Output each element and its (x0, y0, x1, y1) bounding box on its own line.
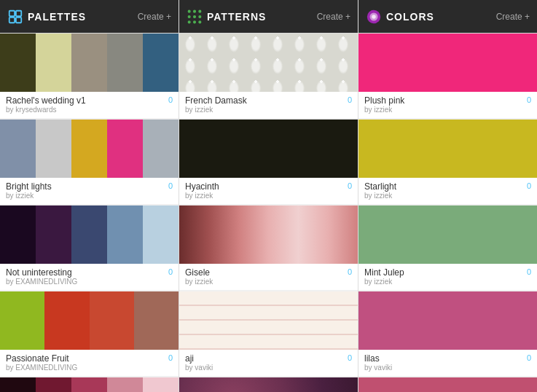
palette-swatch (0, 377, 179, 392)
swatch-color (0, 377, 36, 392)
tab-label-palettes: PALETTES (28, 11, 86, 23)
item-author: by izziek (185, 278, 343, 286)
list-item[interactable]: Hyacinthby izziek0 (179, 119, 358, 204)
svg-rect-2 (9, 17, 15, 22)
swatch-color (0, 119, 36, 178)
item-footer: ajiby vaviki0 (179, 350, 358, 376)
palette-swatch (0, 205, 179, 264)
create-button-palettes[interactable]: Create + (138, 12, 171, 22)
item-info: Bright lightsby izziek (6, 181, 164, 200)
item-preview (0, 291, 179, 350)
item-info: Passionate Fruitby EXAMINEDLIVING (6, 353, 164, 372)
item-author: by izziek (364, 106, 522, 114)
item-preview (358, 205, 537, 264)
swatch-color (44, 291, 89, 350)
list-item[interactable]: Candy kissesby izziek0 (0, 377, 179, 392)
item-footer: lilasby vaviki0 (358, 350, 537, 376)
list-item[interactable]: French Damaskby izziek0 (179, 34, 358, 118)
svg-point-6 (199, 10, 201, 12)
swatch-color (36, 377, 71, 392)
item-preview (0, 205, 179, 264)
svg-point-4 (188, 10, 190, 12)
tab-title-palettes: PALETTES (7, 9, 86, 25)
list-item[interactable]: Giseleby izziek0 (179, 205, 358, 290)
swatch-color (36, 34, 71, 92)
item-count: 0 (168, 95, 173, 104)
item-footer: Plush pinkby izziek0 (358, 92, 537, 118)
item-name: Starlight (364, 181, 522, 192)
list-item[interactable]: Passionate Fruitby EXAMINEDLIVING0 (0, 291, 179, 376)
list-item[interactable]: lilasby vaviki0 (358, 291, 537, 376)
list-item[interactable]: Plush pinkby izziek0 (358, 34, 537, 118)
swatch-color (0, 205, 36, 264)
tab-label-patterns: PATTERNS (207, 11, 266, 23)
swatch-color (36, 205, 71, 264)
list-item[interactable]: Mint Julepby izziek0 (358, 205, 537, 290)
swatch-color (107, 34, 143, 92)
item-name: Plush pink (364, 95, 522, 106)
items-list-palettes: Rachel's wedding v1by krysedwards0Bright… (0, 34, 179, 392)
svg-rect-0 (9, 10, 15, 15)
item-footer: Mint Julepby izziek0 (358, 264, 537, 290)
item-author: by vaviki (185, 364, 343, 372)
tab-title-colors: COLORS (366, 9, 434, 25)
item-preview (0, 119, 179, 178)
svg-point-15 (372, 15, 376, 19)
tab-header-patterns[interactable]: PATTERNSCreate + (179, 0, 358, 34)
item-count: 0 (168, 181, 173, 190)
create-button-colors[interactable]: Create + (496, 12, 530, 22)
svg-point-8 (194, 15, 196, 17)
item-name: Bright lights (6, 181, 164, 192)
swatch-color (71, 34, 107, 92)
item-count: 0 (527, 353, 531, 362)
item-info: lilasby vaviki (364, 353, 522, 372)
item-count: 0 (527, 95, 531, 104)
palette-swatch (0, 119, 179, 178)
item-info: Hyacinthby izziek (185, 181, 343, 200)
list-item[interactable]: Bright lightsby izziek0 (0, 119, 179, 204)
item-preview (179, 34, 358, 92)
item-author: by izziek (185, 192, 343, 200)
list-item[interactable]: Rachel's wedding v1by krysedwards0 (0, 34, 179, 118)
svg-rect-3 (16, 17, 21, 22)
palette-swatch (0, 291, 179, 350)
tab-header-palettes[interactable]: PALETTESCreate + (0, 0, 179, 34)
swatch-color (71, 377, 107, 392)
item-name: Mint Julep (364, 267, 522, 278)
swatch-color (107, 119, 143, 178)
item-name: aji (185, 353, 343, 364)
swatch-color (0, 34, 36, 92)
svg-point-10 (188, 20, 190, 23)
item-preview (179, 119, 358, 178)
swatch-color (36, 119, 71, 178)
item-name: French Damask (185, 95, 343, 106)
items-list-colors: Plush pinkby izziek0Starlightby izziek0M… (358, 34, 537, 392)
list-item[interactable]: Strawberry Sherbetby Lucario9820 (358, 377, 537, 392)
item-footer: Not uninterestingby EXAMINEDLIVING0 (0, 264, 179, 290)
palette-swatch (0, 34, 179, 92)
list-item[interactable]: Bokehby izziek0 (179, 377, 358, 392)
tab-header-colors[interactable]: COLORSCreate + (358, 0, 537, 34)
swatch-color (143, 34, 179, 92)
svg-point-12 (199, 20, 201, 23)
item-name: Passionate Fruit (6, 353, 164, 364)
item-count: 0 (348, 95, 352, 104)
swatch-color (143, 377, 179, 392)
item-author: by izziek (185, 106, 343, 114)
swatch-color (90, 291, 134, 350)
item-preview (179, 205, 358, 264)
item-count: 0 (168, 353, 173, 362)
item-count: 0 (348, 181, 352, 190)
item-info: Plush pinkby izziek (364, 95, 522, 114)
item-count: 0 (527, 181, 531, 190)
item-name: lilas (364, 353, 522, 364)
create-button-patterns[interactable]: Create + (317, 12, 350, 22)
list-item[interactable]: Not uninterestingby EXAMINEDLIVING0 (0, 205, 179, 290)
list-item[interactable]: ajiby vaviki0 (179, 291, 358, 376)
item-info: Mint Julepby izziek (364, 267, 522, 286)
column-patterns: PATTERNSCreate +French Damaskby izziek0H… (179, 0, 358, 392)
item-author: by vaviki (364, 364, 522, 372)
list-item[interactable]: Starlightby izziek0 (358, 119, 537, 204)
item-info: ajiby vaviki (185, 353, 343, 372)
item-author: by izziek (364, 192, 522, 200)
